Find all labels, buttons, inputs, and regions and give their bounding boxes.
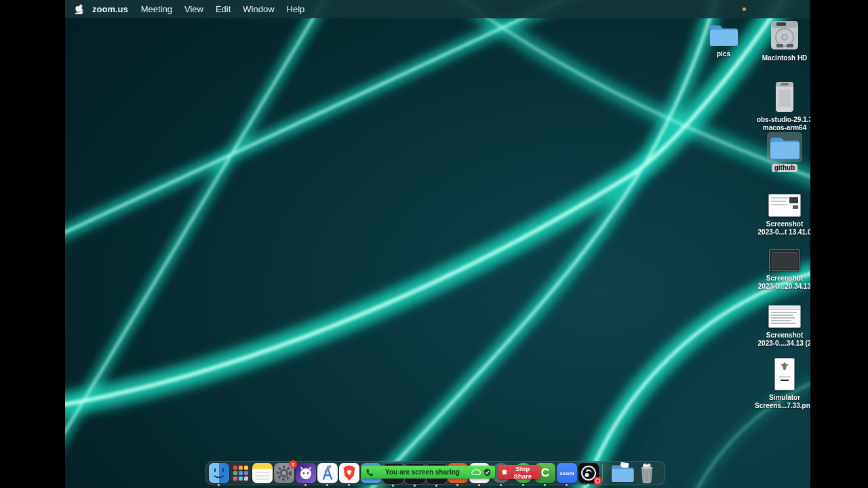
screenshot-thumbnail-icon: [769, 249, 800, 271]
desktop-icon-label: Screenshot: [766, 274, 803, 283]
dock-item-brave[interactable]: [339, 463, 359, 483]
desktop-icon-label-line2: 2023-0...20.34.13: [758, 283, 810, 291]
octocat-icon: [296, 463, 316, 483]
desktop-icon-label-line2: Screens...7.33.png: [755, 402, 810, 410]
dock-item-zoom[interactable]: zoom: [557, 463, 577, 483]
letterbox-stage: zoom.us Meeting View Edit Window Help pi…: [0, 0, 868, 488]
folder-icon: [611, 462, 634, 484]
stop-square-icon: [502, 470, 507, 474]
notification-badge: 1: [289, 460, 297, 468]
desktop-icon-screenshot-3[interactable]: Screenshot 2023-0....34.13 (2: [752, 305, 810, 348]
dock-item-trash[interactable]: [636, 462, 659, 484]
dock-item-downloads-folder[interactable]: [611, 462, 634, 484]
desktop-icon-obs-dmg[interactable]: obs-studio-29.1.3 macos-arm64: [752, 81, 810, 132]
desktop-icon-macintosh-hd[interactable]: Macintosh HD: [752, 20, 810, 62]
hard-drive-icon: [768, 20, 801, 51]
stop-share-button[interactable]: Stop Share: [498, 465, 540, 479]
screenshot-thumbnail-icon: [774, 358, 795, 390]
desktop-icon-label: Screenshot: [766, 220, 803, 228]
finder-icon: [209, 463, 229, 483]
desktop-icon-label-line2: macos-arm64: [763, 124, 806, 132]
desktop-icon-label: Macintosh HD: [762, 54, 808, 62]
stop-share-label: Stop Share: [509, 465, 536, 480]
desktop-icon-label: obs-studio-29.1.3: [757, 116, 810, 124]
menu-item-meeting[interactable]: Meeting: [141, 4, 172, 14]
menu-item-help[interactable]: Help: [287, 4, 305, 14]
phone-icon: [366, 468, 374, 476]
screenshot-thumbnail-icon: [768, 305, 801, 328]
desktop-icon-label: pics: [717, 50, 730, 58]
xcode-hammer-icon: [317, 463, 338, 483]
folder-icon: [709, 22, 738, 47]
recording-badge: [594, 477, 601, 485]
desktop-icon-label-line2: 2023-0....34.13 (2: [758, 340, 810, 348]
desktop-icon-screenshot-1[interactable]: Screenshot 2023-0...t 13.41.0: [752, 194, 810, 237]
menu-bar: zoom.us Meeting View Edit Window Help: [65, 0, 810, 18]
desktop-icon-pics[interactable]: pics: [691, 22, 756, 58]
menu-item-window[interactable]: Window: [243, 4, 274, 14]
mac-desktop: zoom.us Meeting View Edit Window Help pi…: [65, 0, 810, 488]
desktop-icon-label: Simulator: [769, 394, 800, 402]
zoom-wordmark: zoom: [559, 470, 574, 476]
cloud-icon: [471, 468, 481, 476]
desktop-icon-label: github: [772, 164, 798, 172]
screen-sharing-banner: You are screen sharing: [361, 466, 495, 479]
apple-menu[interactable]: [69, 4, 90, 14]
dock-item-system-settings[interactable]: 1: [274, 463, 294, 483]
dock-item-notes[interactable]: [252, 463, 273, 483]
active-app-name[interactable]: zoom.us: [92, 4, 128, 14]
trash-full-icon: [636, 462, 658, 484]
screenshot-thumbnail-icon: [768, 194, 801, 217]
menu-item-view[interactable]: View: [184, 4, 203, 14]
apple-logo-icon: [75, 4, 84, 14]
share-status-text: You are screen sharing: [374, 468, 471, 476]
desktop-icon-github[interactable]: github: [752, 132, 810, 172]
disk-image-icon: [774, 81, 795, 113]
dock-item-finder[interactable]: [209, 463, 229, 483]
dock-separator: [602, 464, 603, 482]
desktop-icon-simulator-screenshot[interactable]: Simulator Screens...7.33.png: [752, 358, 810, 410]
recording-indicator-dot: [743, 7, 746, 11]
desktop-wallpaper: [65, 0, 810, 488]
camtasia-c-glyph: C: [541, 466, 549, 480]
desktop-icon-label-line2: 2023-0...t 13.41.0: [758, 228, 810, 237]
desktop-icon-screenshot-2[interactable]: Screenshot 2023-0...20.34.13: [752, 249, 810, 291]
folder-icon: [767, 132, 802, 162]
menu-item-edit[interactable]: Edit: [216, 4, 231, 14]
desktop-icon-label: Screenshot: [766, 331, 803, 340]
dock-item-obs[interactable]: [578, 463, 599, 483]
shield-check-icon: [484, 468, 491, 476]
dock-item-xcode[interactable]: [317, 463, 338, 483]
dock-item-launchpad[interactable]: [231, 463, 251, 483]
notes-icon: [252, 463, 273, 483]
dock-item-github-desktop[interactable]: [296, 463, 316, 483]
brave-lion-icon: [339, 463, 359, 483]
